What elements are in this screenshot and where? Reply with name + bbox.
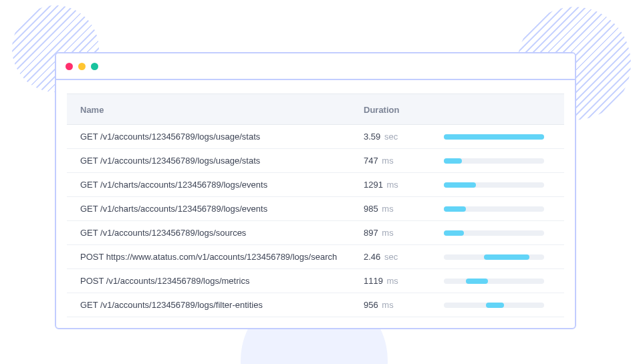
duration-unit: ms xyxy=(384,276,398,286)
request-duration: 897 ms xyxy=(364,228,437,238)
table-body: GET /v1/accounts/123456789/logs/usage/st… xyxy=(67,125,564,317)
duration-bar-fill xyxy=(466,279,488,284)
request-name: GET /v1/charts/accounts/123456789/logs/e… xyxy=(80,180,364,190)
request-duration: 747 ms xyxy=(364,156,437,166)
table-row[interactable]: POST https://www.atatus.com/v1/accounts/… xyxy=(67,245,564,269)
duration-unit: ms xyxy=(380,228,394,238)
duration-unit: sec xyxy=(382,132,398,142)
request-duration: 956 ms xyxy=(364,300,437,310)
duration-bar-track xyxy=(444,206,544,212)
duration-bar-track xyxy=(444,279,544,284)
request-duration: 2.46 sec xyxy=(364,252,437,262)
duration-bar-track xyxy=(444,254,544,260)
duration-unit: ms xyxy=(380,156,394,166)
duration-bar-fill xyxy=(444,206,466,212)
window-content: Name Duration GET /v1/accounts/123456789… xyxy=(56,94,575,317)
duration-bar-track xyxy=(444,230,544,236)
table-header-row: Name Duration xyxy=(67,94,564,125)
duration-bar-fill xyxy=(444,230,464,236)
duration-unit: ms xyxy=(384,180,398,190)
window-close-icon[interactable] xyxy=(66,63,73,70)
table-row[interactable]: GET /v1/accounts/123456789/logs/sources8… xyxy=(67,221,564,245)
table-row[interactable]: GET /v1/charts/accounts/123456789/logs/e… xyxy=(67,197,564,221)
request-duration: 3.59 sec xyxy=(364,132,437,142)
duration-bar-cell xyxy=(437,206,551,212)
duration-bar-track xyxy=(444,158,544,164)
request-name: GET /v1/charts/accounts/123456789/logs/e… xyxy=(80,204,364,214)
duration-value: 1291 xyxy=(364,180,383,190)
window-minimize-icon[interactable] xyxy=(78,63,86,70)
duration-value: 2.46 xyxy=(364,252,380,262)
request-name: GET /v1/accounts/123456789/logs/filter-e… xyxy=(80,300,364,310)
duration-bar-fill xyxy=(444,134,544,140)
duration-bar-cell xyxy=(437,158,551,164)
request-name: POST https://www.atatus.com/v1/accounts/… xyxy=(80,252,364,262)
duration-bar-fill xyxy=(486,303,504,308)
duration-value: 985 xyxy=(364,204,378,214)
table-row[interactable]: GET /v1/accounts/123456789/logs/filter-e… xyxy=(67,293,564,317)
request-duration: 985 ms xyxy=(364,204,437,214)
duration-value: 747 xyxy=(364,156,378,166)
duration-unit: ms xyxy=(380,300,394,310)
duration-bar-cell xyxy=(437,230,551,236)
window-titlebar xyxy=(56,53,575,80)
request-name: POST /v1/accounts/123456789/logs/metrics xyxy=(80,276,364,286)
duration-bar-track xyxy=(444,134,544,140)
duration-value: 956 xyxy=(364,300,378,310)
column-header-bar xyxy=(437,105,551,115)
request-name: GET /v1/accounts/123456789/logs/sources xyxy=(80,228,364,238)
duration-value: 3.59 xyxy=(364,132,380,142)
duration-bar-fill xyxy=(444,182,476,188)
request-duration: 1119 ms xyxy=(364,276,437,286)
browser-window: Name Duration GET /v1/accounts/123456789… xyxy=(55,52,576,329)
duration-value: 897 xyxy=(364,228,378,238)
request-name: GET /v1/accounts/123456789/logs/usage/st… xyxy=(80,156,364,166)
duration-unit: sec xyxy=(382,252,398,262)
request-duration: 1291 ms xyxy=(364,180,437,190)
table-row[interactable]: GET /v1/accounts/123456789/logs/usage/st… xyxy=(67,125,564,149)
duration-bar-fill xyxy=(444,158,462,164)
duration-unit: ms xyxy=(380,204,394,214)
table-row[interactable]: GET /v1/accounts/123456789/logs/usage/st… xyxy=(67,149,564,173)
duration-bar-cell xyxy=(437,279,551,284)
table-row[interactable]: GET /v1/charts/accounts/123456789/logs/e… xyxy=(67,173,564,197)
duration-bar-track xyxy=(444,182,544,188)
duration-bar-fill xyxy=(484,254,529,260)
duration-bar-cell xyxy=(437,182,551,188)
column-header-name[interactable]: Name xyxy=(80,105,364,115)
duration-value: 1119 xyxy=(364,276,383,286)
column-header-duration[interactable]: Duration xyxy=(364,105,437,115)
request-name: GET /v1/accounts/123456789/logs/usage/st… xyxy=(80,132,364,142)
duration-bar-cell xyxy=(437,134,551,140)
window-maximize-icon[interactable] xyxy=(91,63,98,70)
duration-bar-cell xyxy=(437,303,551,308)
duration-bar-track xyxy=(444,303,544,308)
table-row[interactable]: POST /v1/accounts/123456789/logs/metrics… xyxy=(67,269,564,293)
duration-bar-cell xyxy=(437,254,551,260)
